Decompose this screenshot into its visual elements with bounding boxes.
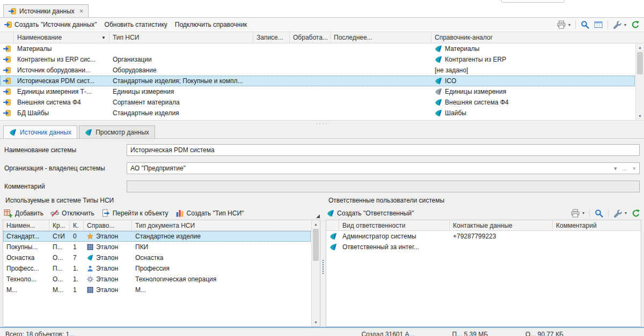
- resp-row[interactable]: Администратор системы +79287799223: [326, 231, 641, 242]
- reference-icon: [435, 56, 442, 63]
- disconnect-button[interactable]: Отключить: [50, 209, 94, 218]
- source-name: Источник оборудовани...: [14, 65, 109, 76]
- toolbar-overflow-icon[interactable]: [316, 214, 320, 218]
- column-processed[interactable]: Обработа...: [290, 32, 331, 43]
- settings-button[interactable]: ▾: [613, 20, 626, 29]
- tab-close-icon[interactable]: ×: [79, 8, 84, 14]
- column-kind[interactable]: Вид ответственности: [339, 220, 450, 230]
- vertical-scrollbar[interactable]: ▲ ▼: [311, 220, 320, 326]
- scroll-down-icon[interactable]: ▼: [636, 112, 644, 120]
- system-name-label: Наименование системы: [4, 146, 127, 154]
- form-row-name: Наименование системы Историческая PDM си…: [4, 144, 640, 156]
- datasource-icon: [3, 56, 11, 63]
- table-row[interactable]: Источник оборудовани... Оборудование [не…: [0, 65, 635, 76]
- column-short[interactable]: Кр...: [49, 220, 70, 230]
- clear-icon[interactable]: ×: [633, 165, 636, 171]
- resp-table: Вид ответственности Контактные данные Ко…: [326, 220, 641, 327]
- column-doc-type[interactable]: Тип документа НСИ: [132, 220, 320, 230]
- nsi-row[interactable]: Оснастка О... 7 Эталон Оснастка: [3, 252, 311, 263]
- nsi-table-header: Наимен... Кр... К. Справо... Тип докумен…: [3, 220, 320, 231]
- refresh-icon: [631, 20, 640, 29]
- table-view-icon: [594, 20, 603, 29]
- refresh-button[interactable]: [632, 209, 640, 218]
- datasource-icon: [4, 21, 12, 28]
- table-row[interactable]: Внешняя система Ф4 Сортамент материала В…: [0, 97, 635, 108]
- table-row[interactable]: БД Шайбы Стандартные изделия Шайбы: [0, 108, 635, 118]
- scrollbar-thumb[interactable]: [313, 229, 319, 261]
- nsi-row-selected[interactable]: Стандарт... СтИ 0 Эталон Стандартное изд…: [3, 231, 311, 242]
- print-button[interactable]: ▾: [557, 20, 570, 29]
- status-traffic: О... 90.77 КБ: [525, 328, 564, 336]
- datasource-icon: [3, 109, 11, 117]
- scroll-down-icon[interactable]: ▼: [312, 318, 320, 326]
- main-toolbar: Создать "Источник данных" Обновить стати…: [0, 18, 644, 32]
- form-row-organization: Организация - владелец системы АО "Предп…: [4, 162, 640, 174]
- datasource-icon: [3, 77, 11, 85]
- column-name[interactable]: Наименование ▼: [14, 32, 109, 43]
- window-top-strip: [0, 0, 644, 4]
- splitter-dots: [323, 260, 324, 274]
- tab-data-sources[interactable]: Источники данных ×: [3, 4, 89, 17]
- organization-field[interactable]: АО "Предприятие" ▾ … ×: [127, 162, 640, 174]
- table-row[interactable]: Единицы измерения Т-... Единицы измерени…: [0, 86, 635, 97]
- update-statistics-button[interactable]: Обновить статистику: [105, 21, 167, 28]
- nsi-row[interactable]: Покупны... П... 1 Эталон ПКИ: [3, 242, 311, 252]
- tab-source-details[interactable]: Источник данных: [3, 125, 77, 138]
- column-analog[interactable]: Справочник-аналог: [431, 32, 644, 43]
- comment-field[interactable]: [127, 181, 640, 192]
- resp-row[interactable]: Ответственный за интег...: [326, 242, 641, 252]
- toolbar-separator: [608, 20, 608, 29]
- column-name[interactable]: Наимен...: [3, 220, 49, 230]
- choose-icon[interactable]: …: [622, 165, 628, 171]
- connect-reference-button[interactable]: Подключить справочник: [175, 21, 247, 28]
- table-row[interactable]: Контрагенты из ERP сис... Организации Ко…: [0, 54, 635, 65]
- disconnect-icon: [50, 209, 59, 218]
- column-count[interactable]: К.: [70, 220, 84, 230]
- person-icon: [87, 265, 93, 272]
- nsi-toolbar: Добавить Отключить Перейти к объекту Соз…: [3, 206, 320, 220]
- column-last[interactable]: Последнее...: [331, 32, 431, 43]
- source-name: БД Шайбы: [14, 108, 109, 118]
- dropdown-icon[interactable]: ▾: [614, 165, 617, 172]
- nsi-row[interactable]: Техноло... О... 1. Эталон Технологическа…: [3, 274, 311, 285]
- refresh-button[interactable]: [631, 20, 640, 29]
- scrollbar-thumb[interactable]: [637, 52, 643, 74]
- horizontal-splitter[interactable]: ····: [0, 121, 644, 125]
- create-source-button[interactable]: Создать "Источник данных": [4, 21, 97, 28]
- scroll-up-icon[interactable]: ▲: [636, 43, 644, 51]
- settings-button[interactable]: ▾: [613, 209, 627, 218]
- scroll-up-icon[interactable]: ▲: [312, 220, 320, 228]
- source-name: Контрагенты из ERP сис...: [14, 54, 109, 65]
- column-comment[interactable]: Комментарий: [553, 220, 641, 230]
- reference-gray-icon: [435, 88, 442, 95]
- partial-search-box[interactable]: [501, 0, 565, 3]
- system-name-field[interactable]: Историческая PDM система: [127, 144, 640, 156]
- nsi-row[interactable]: М... М... 1 Эталон М...: [3, 285, 311, 295]
- search-button[interactable]: [581, 20, 589, 29]
- vertical-scrollbar[interactable]: ▲ ▼: [635, 43, 644, 120]
- table-row[interactable]: Материалы Материалы: [0, 43, 635, 54]
- create-responsible-button[interactable]: Создать "Ответственный": [327, 210, 414, 217]
- print-button[interactable]: ▾: [571, 209, 584, 218]
- table-row-selected[interactable]: Историческая PDM сист... Стандартные изд…: [0, 76, 635, 86]
- bottom-panels: Добавить Отключить Перейти к объекту Соз…: [0, 206, 644, 327]
- tab-data-preview[interactable]: Просмотр данных: [79, 125, 155, 138]
- create-type-icon: [175, 209, 184, 218]
- table-view-button[interactable]: [594, 20, 603, 29]
- sources-table-body: Материалы Материалы Контрагенты из ERP с…: [0, 43, 644, 121]
- printer-icon: [571, 209, 580, 218]
- create-nsi-type-button[interactable]: Создать "Тип НСИ": [175, 209, 244, 218]
- goto-object-button[interactable]: Перейти к объекту: [101, 209, 169, 218]
- column-nsi-type[interactable]: Тип НСИ: [109, 32, 253, 43]
- search-button[interactable]: [595, 209, 603, 218]
- vertical-splitter[interactable]: [320, 206, 326, 327]
- add-button[interactable]: Добавить: [4, 209, 43, 218]
- column-contact[interactable]: Контактные данные: [450, 220, 553, 230]
- nsi-row[interactable]: Професс... П... 1. Эталон Профессия: [3, 263, 311, 274]
- column-reference[interactable]: Справо...: [84, 220, 132, 230]
- reference-icon: [9, 129, 17, 136]
- source-name: Единицы измерения Т-...: [14, 86, 109, 97]
- column-records[interactable]: Записе...: [253, 32, 290, 43]
- reference-icon: [330, 233, 337, 240]
- datasource-icon: [3, 66, 11, 74]
